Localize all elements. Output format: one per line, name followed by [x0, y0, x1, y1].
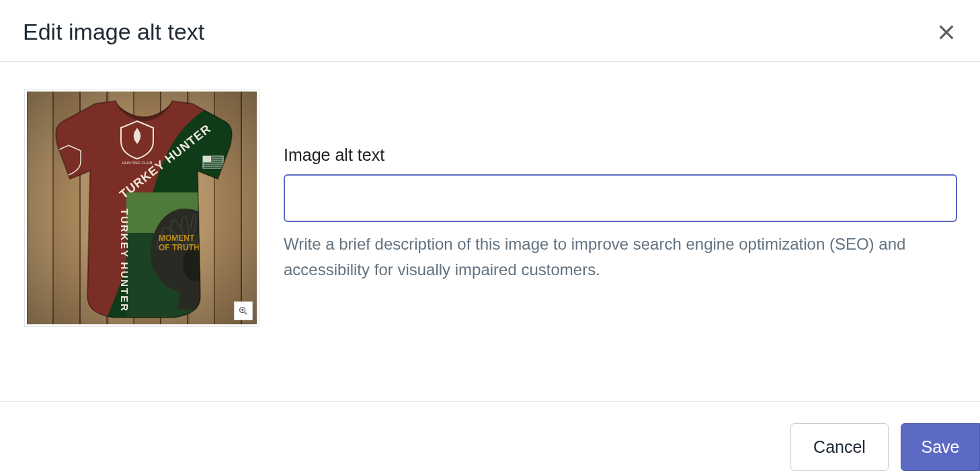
alt-text-input[interactable]	[284, 174, 957, 222]
modal-body: HUNTING CLUB TURKEY HUNTER TURKEY HUNTER…	[0, 62, 980, 401]
svg-text:OF TRUTH: OF TRUTH	[159, 243, 200, 252]
modal-header: Edit image alt text	[0, 0, 980, 62]
zoom-icon[interactable]	[234, 301, 253, 320]
close-icon[interactable]	[936, 22, 957, 43]
svg-text:MOMENT: MOMENT	[159, 233, 195, 243]
help-text: Write a brief description of this image …	[284, 231, 957, 283]
save-button[interactable]: Save	[901, 423, 980, 471]
cancel-button[interactable]: Cancel	[790, 423, 889, 471]
alt-text-label: Image alt text	[284, 145, 957, 165]
modal-footer: Cancel Save	[0, 401, 980, 471]
svg-text:TURKEY HUNTER: TURKEY HUNTER	[119, 209, 130, 312]
modal-title: Edit image alt text	[23, 19, 204, 45]
form-area: Image alt text Write a brief description…	[284, 89, 957, 374]
edit-alt-text-modal: Edit image alt text	[0, 0, 980, 471]
svg-rect-13	[203, 156, 211, 162]
svg-text:HUNTING CLUB: HUNTING CLUB	[122, 161, 152, 165]
tshirt-graphic: HUNTING CLUB TURKEY HUNTER TURKEY HUNTER…	[51, 94, 237, 323]
svg-line-20	[245, 312, 247, 314]
image-preview: HUNTING CLUB TURKEY HUNTER TURKEY HUNTER…	[24, 89, 259, 327]
